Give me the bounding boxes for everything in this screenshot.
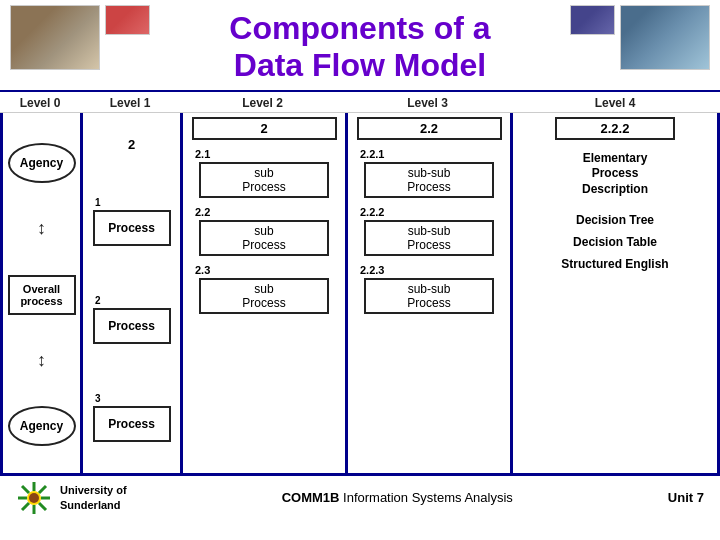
process-num-1: 1 [95,197,101,208]
header-image-left2 [105,5,150,35]
l3-group-3: 2.2.3 sub-sub Process [352,264,506,314]
l3-group-2: 2.2.2 sub-sub Process [352,206,506,256]
l2-box-1: sub Process [199,162,329,198]
l3-num-2: 2.2.2 [360,206,384,218]
col1-header-num: 2 [128,137,135,152]
agency-top: Agency [8,143,76,183]
overall-process: Overall process [8,275,76,315]
column-level2: 2 2.1 sub Process 2.2 sub Process 2.3 su… [183,113,348,473]
process-group-3: 3 Process [87,393,176,442]
l2-num-2: 2.2 [195,206,210,218]
course-info: COMM1B Information Systems Analysis [282,490,513,505]
page-title: Components of a Data Flow Model [229,10,490,84]
column-level4: 2.2.2 Elementary Process Description Dec… [513,113,717,473]
l2-group-3: 2.3 sub Process [187,264,341,314]
process-group-1: 1 Process [87,197,176,246]
l3-box-2: sub-sub Process [364,220,494,256]
level-labels-row: Level 0 Level 1 Level 2 Level 3 Level 4 [0,92,720,113]
column-level1: 2 1 Process 2 Process 3 Process [83,113,183,473]
svg-line-5 [22,486,29,493]
col2-header-box: 2 [192,117,337,140]
agency-bottom: Agency [8,406,76,446]
svg-line-7 [39,486,46,493]
footer: University of Sunderland COMM1B Informat… [0,473,720,520]
l3-num-3: 2.2.3 [360,264,384,276]
process-num-2: 2 [95,295,101,306]
level-1-label: Level 1 [80,96,180,110]
level-3-label: Level 3 [345,96,510,110]
level-0-label: Level 0 [0,96,80,110]
l4-item-3: Decision Table [573,235,657,251]
svg-line-8 [22,503,29,510]
process-box-3: Process [93,406,171,442]
course-name: Information Systems Analysis [339,490,512,505]
course-code: COMM1B [282,490,340,505]
l3-box-1: sub-sub Process [364,162,494,198]
level-2-label: Level 2 [180,96,345,110]
header-image-right [620,5,710,70]
l2-group-2: 2.2 sub Process [187,206,341,256]
header-image-left [10,5,100,70]
level-4-label: Level 4 [510,96,720,110]
l2-num-3: 2.3 [195,264,210,276]
col3-header-box: 2.2 [357,117,502,140]
l4-item-1: Elementary Process Description [582,151,648,198]
header-image-right2 [570,5,615,35]
col4-header-box: 2.2.2 [555,117,675,140]
l3-box-3: sub-sub Process [364,278,494,314]
university-name: University of Sunderland [60,483,127,512]
l4-item-2: Decision Tree [576,213,654,229]
process-group-2: 2 Process [87,295,176,344]
university-logo-icon [16,480,52,516]
l3-group-1: 2.2.1 sub-sub Process [352,148,506,198]
unit-label: Unit 7 [668,490,704,505]
l3-num-1: 2.2.1 [360,148,384,160]
l2-box-2: sub Process [199,220,329,256]
main-content: Agency ↕ Overall process ↕ Agency 2 1 Pr… [0,113,720,473]
svg-point-9 [29,493,39,503]
svg-line-6 [39,503,46,510]
arrow-down-1: ↕ [37,218,46,239]
l2-box-3: sub Process [199,278,329,314]
header: Components of a Data Flow Model [0,0,720,92]
process-num-3: 3 [95,393,101,404]
process-box-2: Process [93,308,171,344]
process-box-1: Process [93,210,171,246]
l4-item-4: Structured English [561,257,668,273]
footer-logo-area: University of Sunderland [16,480,127,516]
arrow-down-2: ↕ [37,350,46,371]
l2-group-1: 2.1 sub Process [187,148,341,198]
column-level3: 2.2 2.2.1 sub-sub Process 2.2.2 sub-sub … [348,113,513,473]
l2-num-1: 2.1 [195,148,210,160]
column-level0: Agency ↕ Overall process ↕ Agency [3,113,83,473]
